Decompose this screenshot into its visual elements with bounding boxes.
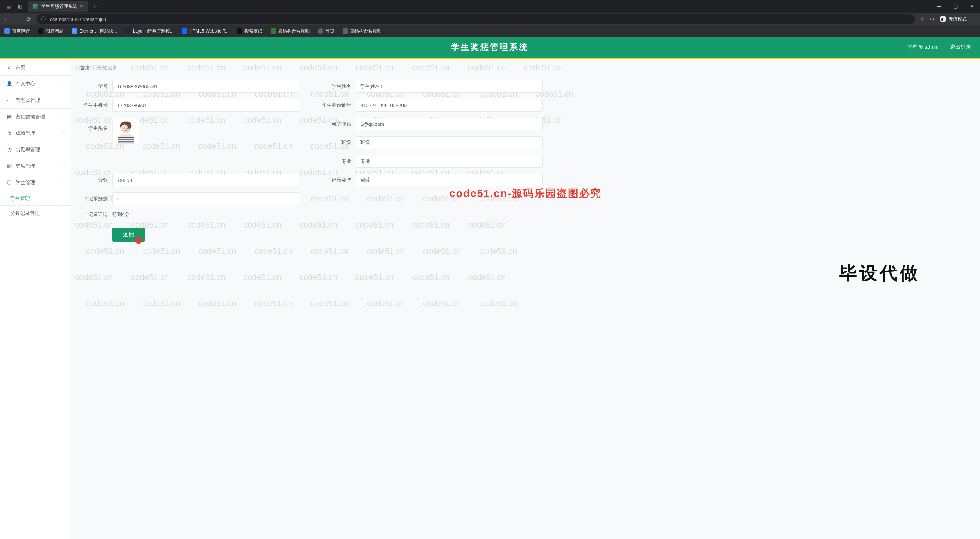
address-bar: ← → ⟳ ⓘ localhost:8081/#/fenshujilu ☆ ⊶ … (0, 13, 980, 25)
value-student-no: 165088953062781 (112, 80, 299, 93)
bookmark-bar: 百度翻译 图标网站 EElement - 网站快... Layui - 经典开源… (0, 25, 980, 37)
value-phone: 17703786901 (112, 99, 299, 111)
sidebar-item-basedata[interactable]: ▤ 基础数据管理 ﹀ (0, 108, 71, 125)
avatar-image (112, 118, 139, 145)
logout-link[interactable]: 退出登录 (950, 44, 971, 51)
close-icon[interactable]: × (80, 3, 83, 10)
star-icon[interactable]: ☆ (921, 16, 924, 22)
label-phone: 学生手机号 (79, 102, 112, 108)
tab-title: 学生奖惩管理系统 (41, 3, 77, 10)
chevron-down-icon: ﹀ (62, 81, 66, 86)
bookmark-icon (182, 29, 187, 34)
window-maximize-button[interactable]: ▢ (947, 0, 964, 13)
sidebar-item-profile[interactable]: 👤 个人中心 ﹀ (0, 76, 71, 92)
value-record-type: 成绩 (356, 174, 543, 186)
key-icon[interactable]: ⊶ (930, 16, 934, 22)
clock-icon: ◷ (7, 147, 12, 152)
home-icon: ⌂ (7, 65, 12, 70)
back-button[interactable]: 返回 (112, 227, 145, 242)
sidebar-item-home[interactable]: ⌂ 首页 (0, 59, 71, 76)
breadcrumb-separator: / (93, 65, 94, 71)
value-class: 班级二 (356, 136, 543, 149)
vue-favicon-icon (33, 4, 38, 9)
sidebar-sub-student-manage[interactable]: 学生管理 (0, 191, 71, 206)
bookmark-icon (38, 29, 43, 34)
window-close-button[interactable]: ✕ (964, 0, 980, 13)
svg-point-2 (124, 128, 125, 129)
label-record-detail: 记录详情 (79, 211, 112, 218)
bookmark-icon: E (72, 29, 77, 34)
copy-icon: ⧉ (7, 130, 12, 136)
incognito-indicator[interactable]: ◐ 无痕模式 (940, 16, 967, 22)
bookmark-item[interactable]: 搜索壁纸 (237, 28, 262, 35)
sidebar-item-attendance[interactable]: ◷ 出勤率管理 (0, 142, 71, 158)
bookmark-item[interactable]: Layui - 经典开源模... (126, 28, 174, 35)
bookmark-item[interactable]: 百度翻译 (5, 28, 30, 35)
bookmark-icon (270, 29, 276, 34)
sidebar-sub-score-record[interactable]: 分数记录管理 (0, 206, 71, 221)
bookmark-item[interactable]: 图标网站 (38, 28, 64, 35)
layers-icon: ▤ (7, 114, 12, 119)
svg-point-3 (127, 128, 128, 129)
recent-tabs-icon[interactable]: ▤ (3, 1, 14, 12)
window-minimize-button[interactable]: — (931, 0, 947, 13)
bookmark-item[interactable]: 表结构命名规则 (342, 28, 382, 35)
bookmark-item[interactable]: HTML5 Website T... (182, 29, 229, 34)
breadcrumb-home[interactable]: 首页 (80, 64, 90, 71)
app-header: 学生奖惩管理系统 管理员 admin 退出登录 (0, 37, 980, 58)
label-idcard: 学生身份证号 (322, 102, 356, 108)
value-idcard: 410224199610232001 (356, 99, 543, 111)
label-class: 班级 (322, 139, 356, 146)
value-major: 专业一 (356, 155, 543, 168)
reload-button[interactable]: ⟳ (26, 16, 31, 23)
bookmark-icon (237, 29, 242, 34)
chevron-down-icon: ﹀ (62, 163, 66, 169)
sidebar-item-grades[interactable]: ⧉ 成绩管理 ﹀ (0, 125, 71, 142)
label-major: 专业 (322, 158, 356, 165)
main-content: code51.cn code51.cn code51.cn code51.cn … (71, 59, 980, 539)
chevron-down-icon: ﹀ (62, 130, 66, 136)
label-student-no: 学号 (79, 83, 112, 90)
chevron-down-icon: ﹀ (62, 114, 66, 119)
label-student-name: 学生姓名 (322, 83, 356, 90)
bookmark-icon (342, 29, 348, 34)
bookmark-item[interactable]: EElement - 网站快... (72, 28, 117, 35)
window-controls: — ▢ ✕ (931, 0, 980, 13)
label-record-type: 记录类型 (322, 176, 356, 183)
browser-tab-active[interactable]: 学生奖惩管理系统 × (28, 1, 88, 12)
click-indicator-icon (135, 237, 142, 244)
bookmark-item[interactable]: 首页 (318, 28, 334, 35)
label-record-score: 记录分数 (79, 196, 112, 202)
forward-button[interactable]: → (15, 16, 21, 22)
bookmark-icon (5, 29, 10, 34)
sidebar: ⌂ 首页 👤 个人中心 ﹀ ▭ 管理员管理 ▤ 基础数据管理 ﹀ ⧉ 成绩管理 … (0, 59, 71, 539)
label-score: 分数 (79, 176, 112, 183)
box-icon: ▥ (7, 164, 12, 169)
tab-bar: ▤ ◧ 学生奖惩管理系统 × + — ▢ ✕ (0, 0, 980, 13)
url-input[interactable]: ⓘ localhost:8081/#/fenshujilu (36, 14, 915, 24)
app-tab-icon[interactable]: ◧ (14, 1, 25, 12)
breadcrumb-current: 分数记录 (97, 64, 117, 71)
menu-icon[interactable]: ⋮ (972, 16, 976, 22)
user-icon: 👤 (7, 81, 12, 86)
back-button[interactable]: ← (4, 16, 10, 22)
bracket-icon: 〔〕 (7, 180, 12, 185)
bookmark-icon (126, 29, 130, 34)
corner-watermark: 毕设代做 (839, 261, 920, 285)
new-tab-button[interactable]: + (93, 3, 97, 11)
sidebar-item-admin[interactable]: ▭ 管理员管理 (0, 92, 71, 108)
sidebar-item-rewards[interactable]: ▥ 奖惩管理 ﹀ (0, 158, 71, 175)
sidebar-item-students[interactable]: 〔〕 学生管理 ﹀ (0, 175, 71, 191)
value-score: 798.58 (112, 174, 299, 186)
url-text: localhost:8081/#/fenshujilu (49, 16, 106, 22)
bookmark-icon (318, 29, 323, 34)
site-info-icon[interactable]: ⓘ (41, 16, 46, 22)
chevron-down-icon: ﹀ (62, 180, 66, 185)
app-title: 学生奖惩管理系统 (451, 41, 529, 53)
value-record-score: 4 (112, 192, 299, 205)
avatar-illustration-icon (113, 118, 139, 144)
browser-chrome: ▤ ◧ 学生奖惩管理系统 × + — ▢ ✕ ← → ⟳ ⓘ localhost… (0, 0, 980, 37)
value-email: 1@qq.com (356, 118, 543, 130)
bookmark-item[interactable]: 表结构命名规则 (270, 28, 310, 35)
admin-label[interactable]: 管理员 admin (907, 44, 939, 51)
